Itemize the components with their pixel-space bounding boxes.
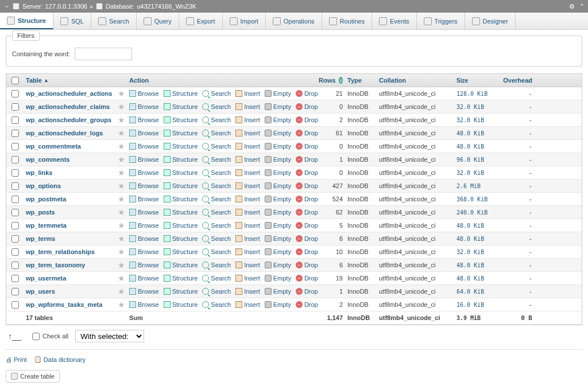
drop-action[interactable]: −Drop (296, 116, 318, 123)
favorite-icon[interactable]: ★ (118, 274, 125, 283)
row-size[interactable]: 16.0 KiB (454, 301, 500, 309)
col-overhead[interactable]: Overhead (500, 76, 535, 85)
empty-action[interactable]: Empty (265, 288, 291, 295)
favorite-icon[interactable]: ★ (118, 115, 125, 124)
row-size[interactable]: 2.6 MiB (454, 182, 500, 190)
row-checkbox[interactable] (11, 262, 19, 269)
sort-icon[interactable]: ▲ (44, 77, 49, 83)
structure-action[interactable]: Structure (164, 235, 198, 242)
drop-action[interactable]: −Drop (296, 222, 318, 229)
search-action[interactable]: Search (202, 130, 231, 137)
structure-action[interactable]: Structure (164, 275, 198, 282)
favorite-icon[interactable]: ★ (118, 168, 125, 177)
structure-action[interactable]: Structure (164, 169, 198, 176)
create-table-box[interactable]: Create table (6, 370, 60, 383)
tab-operations[interactable]: Operations (266, 13, 322, 29)
empty-action[interactable]: Empty (265, 262, 291, 268)
search-action[interactable]: Search (202, 209, 231, 216)
search-action[interactable]: Search (202, 262, 231, 268)
row-size[interactable]: 64.0 KiB (454, 287, 500, 296)
table-name-link[interactable]: wp_termmeta (26, 222, 67, 229)
insert-action[interactable]: Insert (235, 116, 260, 123)
checkall-header[interactable] (11, 77, 19, 84)
browse-action[interactable]: Browse (129, 196, 159, 202)
favorite-icon[interactable]: ★ (118, 247, 125, 256)
search-action[interactable]: Search (202, 103, 231, 110)
insert-action[interactable]: Insert (235, 248, 260, 255)
row-checkbox[interactable] (11, 169, 19, 177)
browse-action[interactable]: Browse (129, 169, 159, 176)
drop-action[interactable]: −Drop (296, 169, 318, 176)
table-name-link[interactable]: wp_usermeta (26, 275, 66, 282)
insert-action[interactable]: Insert (235, 301, 260, 308)
database-link[interactable]: u432174166_WnZ3K (137, 3, 196, 10)
structure-action[interactable]: Structure (164, 130, 198, 137)
structure-action[interactable]: Structure (164, 156, 198, 163)
row-checkbox[interactable] (11, 116, 19, 124)
empty-action[interactable]: Empty (265, 169, 291, 176)
table-name-link[interactable]: wp_comments (26, 156, 69, 163)
col-collation[interactable]: Collation (377, 76, 454, 85)
insert-action[interactable]: Insert (235, 130, 260, 137)
empty-action[interactable]: Empty (265, 235, 291, 242)
favorite-icon[interactable]: ★ (118, 208, 125, 217)
structure-action[interactable]: Structure (164, 209, 198, 216)
browse-action[interactable]: Browse (129, 182, 159, 189)
favorite-icon[interactable]: ★ (118, 155, 125, 164)
favorite-icon[interactable]: ★ (118, 128, 125, 138)
row-checkbox[interactable] (11, 182, 19, 190)
drop-action[interactable]: −Drop (296, 156, 318, 163)
structure-action[interactable]: Structure (164, 288, 198, 295)
drop-action[interactable]: −Drop (296, 301, 318, 308)
row-size[interactable]: 32.0 KiB (454, 116, 500, 124)
table-name-link[interactable]: wp_actionscheduler_groups (26, 116, 111, 123)
insert-action[interactable]: Insert (235, 262, 260, 268)
row-size[interactable]: 368.0 KiB (454, 195, 500, 204)
search-action[interactable]: Search (202, 143, 231, 150)
empty-action[interactable]: Empty (265, 248, 291, 255)
row-size[interactable]: 240.0 KiB (454, 208, 500, 217)
empty-action[interactable]: Empty (265, 130, 291, 137)
collapse-icon[interactable]: ⌃ (579, 3, 585, 10)
search-action[interactable]: Search (202, 169, 231, 176)
row-size[interactable]: 128.0 KiB (454, 89, 500, 98)
insert-action[interactable]: Insert (235, 103, 260, 110)
row-checkbox[interactable] (11, 235, 19, 243)
empty-action[interactable]: Empty (265, 156, 291, 163)
favorite-icon[interactable]: ★ (118, 300, 125, 309)
favorite-icon[interactable]: ★ (118, 181, 125, 190)
favorite-icon[interactable]: ★ (118, 221, 125, 230)
row-checkbox[interactable] (11, 288, 19, 295)
favorite-icon[interactable]: ★ (118, 102, 125, 111)
insert-action[interactable]: Insert (235, 235, 260, 242)
structure-action[interactable]: Structure (164, 116, 198, 123)
insert-action[interactable]: Insert (235, 222, 260, 229)
insert-action[interactable]: Insert (235, 209, 260, 216)
gear-icon[interactable]: ⚙ (569, 3, 575, 10)
row-checkbox[interactable] (11, 156, 19, 163)
favorite-icon[interactable]: ★ (118, 194, 125, 204)
browse-action[interactable]: Browse (129, 301, 159, 308)
table-name-link[interactable]: wp_links (26, 169, 52, 176)
info-icon[interactable]: i (339, 77, 343, 84)
browse-action[interactable]: Browse (129, 116, 159, 123)
with-selected-dropdown[interactable]: With selected: (75, 330, 144, 342)
search-action[interactable]: Search (202, 275, 231, 282)
drop-action[interactable]: −Drop (296, 130, 318, 137)
search-action[interactable]: Search (202, 222, 231, 229)
structure-action[interactable]: Structure (164, 301, 198, 308)
empty-action[interactable]: Empty (265, 182, 291, 189)
search-action[interactable]: Search (202, 156, 231, 163)
row-checkbox[interactable] (11, 103, 19, 111)
browse-action[interactable]: Browse (129, 90, 159, 97)
insert-action[interactable]: Insert (235, 275, 260, 282)
row-checkbox[interactable] (11, 248, 19, 256)
structure-action[interactable]: Structure (164, 182, 198, 189)
empty-action[interactable]: Empty (265, 143, 291, 150)
row-size[interactable]: 32.0 KiB (454, 169, 500, 177)
drop-action[interactable]: −Drop (296, 248, 318, 255)
row-size[interactable]: 48.0 KiB (454, 221, 500, 230)
table-name-link[interactable]: wp_terms (26, 235, 55, 242)
favorite-icon[interactable]: ★ (118, 89, 125, 98)
browse-action[interactable]: Browse (129, 235, 159, 242)
